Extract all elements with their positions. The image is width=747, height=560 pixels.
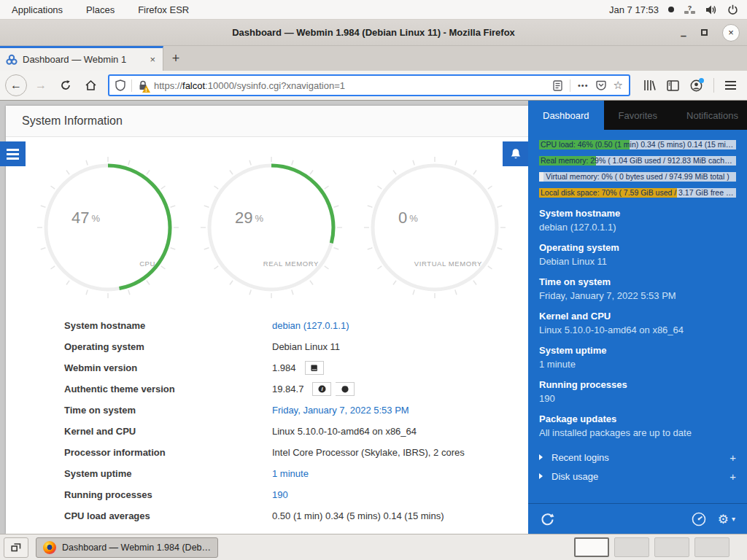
real-memory-meter[interactable]: Real memory: 29% ( 1.04 GiB used / 912.8… [539,156,736,166]
show-desktop-button[interactable] [4,537,28,558]
applications-menu[interactable]: Applications [0,0,74,19]
chevron-right-icon [539,473,543,479]
table-row: Real memory1.04 GiB used / 912.83 MiB ca… [6,526,528,534]
recent-logins-toggle[interactable]: Recent logins + [528,448,747,467]
minimize-button[interactable]: – [681,26,686,39]
back-button[interactable]: ← [5,74,27,96]
table-row: CPU load averages0.50 (1 min) 0.34 (5 mi… [6,505,528,526]
url-divider [570,79,570,92]
cpu-load-meter[interactable]: CPU load: 46% (0.50 (1 min) 0.34 (5 mins… [539,140,736,149]
firefox-tab-bar: Dashboard — Webmin 1 × + [0,46,747,71]
sidebar-tabs: Dashboard Favorites Notifications [528,101,747,130]
account-icon[interactable] [690,79,703,92]
cpu-gauge: 47% CPU [35,156,181,299]
firefox-esr-menu[interactable]: Firefox ESR [126,0,201,19]
status-dot-icon [668,7,674,12]
table-row: Time on systemFriday, January 7, 2022 5:… [6,400,528,421]
close-window-button[interactable]: × [722,24,740,42]
toolbar-separator [713,78,714,93]
notifications-bell-button[interactable] [503,141,528,166]
sidebar-toggle-icon[interactable] [667,80,679,91]
sidebar-info-list: System hostnamedebian (127.0.1.1) Operat… [528,208,747,448]
tab-close-icon[interactable]: × [148,54,157,65]
hostname-link[interactable]: debian (127.0.1.1) [272,320,349,331]
network-icon[interactable]: ? [684,4,696,15]
svg-text:29%: 29% [235,209,263,227]
firefox-nav-bar: ← → ! https://falcot:10000/sysinfo.cgi?x… [0,71,747,101]
page-actions-icon[interactable]: ••• [578,81,589,90]
table-row: Running processes190 [6,484,528,505]
forward-button[interactable]: → [30,74,52,96]
theme-github-button[interactable] [336,382,355,396]
home-button[interactable] [80,74,101,96]
power-icon[interactable] [727,4,738,15]
disk-usage-toggle[interactable]: Disk usage + [528,467,747,486]
url-divider [131,79,132,92]
account-notification-dot [699,78,704,83]
system-info-table: System hostnamedebian (127.0.1.1) Operat… [6,315,528,534]
library-icon[interactable] [643,79,656,91]
svg-text:REAL MEMORY: REAL MEMORY [263,260,319,268]
table-row: Operating systemDebian Linux 11 [6,336,528,357]
webmin-sidebar: Dashboard Favorites Notifications CPU lo… [528,101,747,534]
bookmark-star-icon[interactable]: ☆ [614,79,623,92]
places-menu[interactable]: Places [74,0,126,19]
menu-icon[interactable] [725,81,736,90]
theme-info-button[interactable]: i [312,382,331,396]
workspace-1[interactable] [574,537,609,557]
lock-warning-icon[interactable]: ! [138,80,148,91]
tab-dashboard[interactable]: Dashboard [528,101,604,130]
disk-space-meter[interactable]: Local disk space: 70% ( 7.59 GiB used / … [539,188,736,198]
refresh-icon[interactable] [540,511,555,526]
gear-icon: ⚙ [718,512,729,526]
tab-title: Dashboard — Webmin 1 [23,54,143,65]
workspace-3[interactable] [654,537,689,557]
taskbar: Dashboard — Webmin 1.984 (Deb… [0,534,747,560]
system-information-card: System Information 47% CPU 29% REAL MEMO… [6,106,528,534]
svg-text:47%: 47% [71,209,100,227]
reload-button[interactable] [55,74,77,96]
table-row: Authentic theme version 19.84.7 i [6,378,528,400]
window-title: Dashboard — Webmin 1.984 (Debian Linux 1… [232,27,515,38]
desktop: Applications Places Firefox ESR Jan 7 17… [0,0,747,560]
reader-mode-icon[interactable] [553,80,562,91]
speedometer-icon[interactable] [692,512,706,526]
processes-link[interactable]: 190 [272,489,288,500]
url-text[interactable]: https://falcot:10000/sysinfo.cgi?xnaviga… [154,80,547,91]
uptime-link[interactable]: 1 minute [272,468,309,479]
resource-meters: CPU load: 46% (0.50 (1 min) 0.34 (5 mins… [528,130,747,208]
tab-favorites[interactable]: Favorites [604,101,672,130]
webmin-changelog-button[interactable] [305,361,324,375]
svg-text:!: ! [145,86,147,92]
clock[interactable]: Jan 7 17:53 [609,4,659,15]
gnome-top-bar: Applications Places Firefox ESR Jan 7 17… [0,0,747,20]
expand-plus-icon[interactable]: + [729,451,736,464]
table-row: Webmin version 1.984 [6,357,528,378]
tab-notifications[interactable]: Notifications [672,101,747,130]
firefox-titlebar: Dashboard — Webmin 1.984 (Debian Linux 1… [0,20,747,46]
virtual-memory-gauge: 0% VIRTUAL MEMORY [362,156,508,299]
browser-tab[interactable]: Dashboard — Webmin 1 × [0,46,163,71]
expand-plus-icon[interactable]: + [729,470,736,483]
volume-icon[interactable] [705,4,718,15]
sidebar-open-button[interactable] [0,141,26,166]
tracking-shield-icon[interactable] [115,79,125,91]
workspace-switcher [574,537,729,557]
page-title: System Information [6,106,528,137]
url-bar[interactable]: ! https://falcot:10000/sysinfo.cgi?xnavi… [108,74,630,96]
github-icon [341,385,349,393]
maximize-button[interactable] [701,29,708,36]
settings-menu-button[interactable]: ⚙ ▾ [718,512,735,526]
info-icon: i [318,385,326,393]
time-link[interactable]: Friday, January 7, 2022 5:53 PM [272,405,409,416]
real-memory-gauge: 29% REAL MEMORY [198,156,344,299]
virtual-memory-meter[interactable]: Virtual memory: 0% ( 0 bytes used / 974.… [539,172,736,182]
svg-text:CPU: CPU [139,260,155,268]
workspace-2[interactable] [614,537,649,557]
table-row: Kernel and CPULinux 5.10.0-10-amd64 on x… [6,421,528,442]
pocket-icon[interactable] [596,80,606,90]
taskbar-window-button[interactable]: Dashboard — Webmin 1.984 (Deb… [36,537,218,558]
new-tab-button[interactable]: + [163,46,188,71]
workspace-4[interactable] [694,537,729,557]
table-row: System uptime1 minute [6,463,528,484]
